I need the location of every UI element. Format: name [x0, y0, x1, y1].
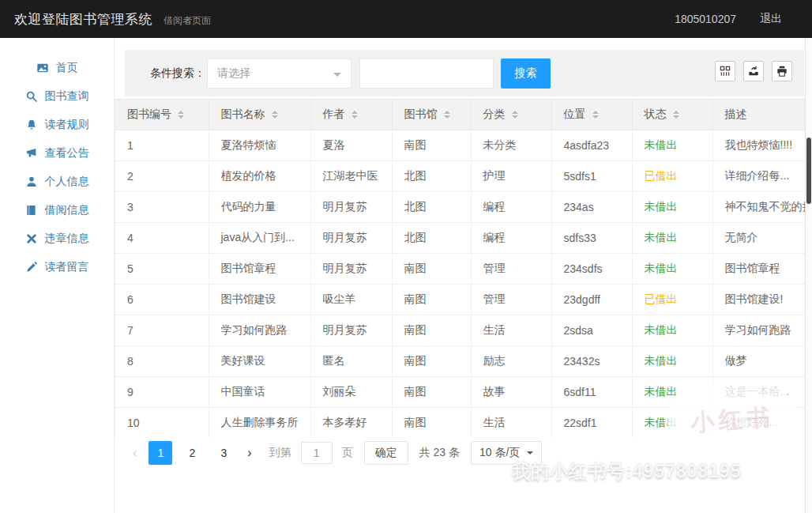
table-row[interactable]: 1夏洛特烦恼夏洛南图未分类4asdfa23未借出我也特烦恼!!!! [115, 130, 806, 160]
page-button-3[interactable]: 3 [212, 441, 235, 465]
table-row[interactable]: 5图书馆章程明月复苏南图管理234sdfs未借出图书馆章程 [115, 253, 806, 284]
cell-description: 这是一本给... [712, 376, 806, 407]
cell-description: 图书馆建设! [712, 284, 806, 315]
cell-location: 5sdfs1 [551, 160, 632, 191]
sidebar-item-label: 查看公告 [45, 146, 89, 160]
sidebar-item-violation-info[interactable]: 违章信息 [0, 224, 114, 253]
cell-author: 本多孝好 [310, 407, 392, 438]
cell-book-id: 7 [115, 315, 209, 345]
library-system-page: 欢迎登陆图书管理系统 借阅者页面 1805010207 退出 首页 图书查询 读… [0, 0, 812, 513]
sidebar-item-reader-rules[interactable]: 读者规则 [0, 111, 114, 139]
print-button[interactable] [772, 61, 792, 81]
cell-location: 23dgdff [551, 284, 632, 315]
cell-location: 2sdsa [551, 315, 632, 345]
column-header-status[interactable]: 状态 [632, 100, 712, 130]
confirm-button[interactable]: 确定 [364, 441, 408, 465]
table-row[interactable]: 6图书馆建设吸尘羊南图管理23dgdff已借出图书馆建设! [115, 284, 806, 315]
next-page-icon[interactable]: › [239, 446, 259, 460]
cell-author: 江湖老中医 [310, 160, 392, 191]
sort-icon[interactable] [444, 111, 450, 119]
table-body: 1夏洛特烦恼夏洛南图未分类4asdfa23未借出我也特烦恼!!!!2植发的价格江… [115, 130, 806, 438]
cell-book-id: 1 [115, 130, 209, 160]
columns-filter-button[interactable] [715, 61, 735, 81]
cell-author: 明月复苏 [310, 222, 392, 253]
sort-icon[interactable] [512, 111, 518, 119]
cell-book-name: 代码的力量 [209, 191, 310, 222]
page-size-select[interactable]: 10 条/页 [471, 441, 542, 465]
search-button[interactable]: 搜索 [501, 58, 551, 89]
sidebar-item-label: 读者留言 [45, 260, 89, 274]
sidebar-item-borrow-info[interactable]: 借阅信息 [0, 196, 114, 224]
cell-book-id: 9 [115, 376, 209, 407]
column-header-location[interactable]: 位置 [551, 100, 632, 130]
scrollbar-thumb[interactable] [806, 138, 811, 204]
goto-page-input[interactable] [301, 442, 333, 464]
cell-status: 已借出 [632, 284, 712, 315]
sort-icon[interactable] [673, 111, 679, 119]
columns-icon [719, 65, 731, 77]
table-row[interactable]: 10人生删除事务所本多孝好南图生活22sdf1未借出你想好死... [115, 407, 806, 438]
sidebar-item-label: 借阅信息 [45, 203, 89, 217]
condition-select[interactable]: 请选择 [207, 58, 351, 89]
cell-library: 南图 [392, 407, 471, 438]
sidebar-item-label: 首页 [56, 61, 78, 75]
cell-author: 明月复苏 [310, 191, 392, 222]
print-icon [776, 65, 788, 77]
table-row[interactable]: 7学习如何跑路明月复苏南图生活2sdsa未借出学习如何跑路 [115, 315, 806, 345]
column-header-book-id[interactable]: 图书编号 [115, 100, 209, 130]
table-row[interactable]: 2植发的价格江湖老中医北图护理5sdfs1已借出详细介绍每... [115, 160, 806, 191]
column-header-author[interactable]: 作者 [310, 100, 392, 130]
vertical-scrollbar[interactable] [805, 38, 812, 513]
cell-library: 南图 [392, 345, 471, 376]
cell-location: sdfs33 [551, 222, 632, 253]
total-count-label: 共 23 条 [419, 446, 460, 460]
sidebar-item-label: 读者规则 [45, 118, 89, 132]
column-header-category[interactable]: 分类 [471, 100, 551, 130]
sort-icon[interactable] [272, 111, 278, 119]
cell-book-id: 8 [115, 345, 209, 376]
column-header-book-name[interactable]: 图书名称 [209, 100, 310, 130]
cell-description: 学习如何跑路 [712, 315, 806, 345]
cell-book-name: 夏洛特烦恼 [209, 130, 310, 160]
logout-button[interactable]: 退出 [760, 12, 782, 26]
column-header-library[interactable]: 图书馆 [392, 100, 471, 130]
sidebar-item-announcements[interactable]: 查看公告 [0, 139, 114, 168]
sidebar-item-label: 图书查询 [45, 89, 89, 104]
cell-book-name: 植发的价格 [209, 160, 310, 191]
goto-label: 到第 [269, 446, 291, 460]
user-id[interactable]: 1805010207 [675, 13, 736, 25]
sort-icon[interactable] [351, 111, 358, 119]
xiaohongshu-id-watermark: 我的小红书号:4957808195 [512, 459, 742, 484]
prev-page-icon[interactable]: ‹ [125, 446, 145, 460]
sidebar-item-book-search[interactable]: 图书查询 [0, 82, 114, 111]
cell-location: 234as [551, 191, 632, 222]
cell-category: 故事 [471, 376, 551, 407]
export-button[interactable] [743, 61, 764, 81]
cell-location: 22sdf1 [551, 407, 632, 438]
navbar-right: 1805010207 退出 [675, 12, 782, 26]
sort-icon[interactable] [592, 111, 599, 119]
cell-status: 未借出 [632, 130, 712, 160]
page-button-1[interactable]: 1 [148, 441, 172, 465]
table-row[interactable]: 3代码的力量明月复苏北图编程234as未借出神不知鬼不觉的抄 [115, 191, 806, 222]
search-condition-label: 条件搜索： [150, 66, 205, 81]
sidebar-item-personal-info[interactable]: 个人信息 [0, 168, 114, 196]
cell-description: 你想好死... [712, 407, 806, 438]
chevron-down-icon [333, 73, 341, 81]
search-panel: 条件搜索： 请选择 搜索 [125, 50, 804, 96]
sidebar-item-home[interactable]: 首页 [0, 54, 114, 82]
sort-icon[interactable] [178, 111, 184, 119]
table-row[interactable]: 4java从入门到...明月复苏北图编程sdfs33未借出无简介 [115, 222, 806, 253]
cell-book-name: 中国童话 [209, 376, 310, 407]
cell-description: 无简介 [712, 222, 806, 253]
cell-library: 南图 [392, 253, 471, 284]
table-row[interactable]: 8美好课设匿名南图励志23432s未借出做梦 [115, 345, 806, 376]
megaphone-icon [25, 147, 38, 160]
cell-book-id: 4 [115, 222, 209, 253]
sidebar-item-label: 个人信息 [45, 175, 89, 189]
sidebar-item-reader-message[interactable]: 读者留言 [0, 253, 114, 281]
table-row[interactable]: 9中国童话刘丽朵南图故事6sdf11未借出这是一本给... [115, 376, 806, 407]
page-button-2[interactable]: 2 [180, 441, 204, 465]
search-input[interactable] [359, 58, 494, 89]
cell-status: 已借出 [632, 160, 712, 191]
